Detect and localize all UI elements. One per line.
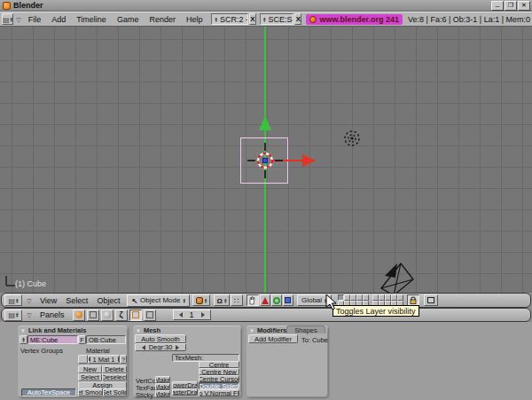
scale-manip-icon xyxy=(285,297,291,303)
material-label: Material xyxy=(86,347,110,355)
snap-button[interactable] xyxy=(231,294,243,306)
double-sided-toggle[interactable]: Double Sided xyxy=(199,382,239,389)
faster-draw-button[interactable]: FasterDraw xyxy=(172,388,198,396)
scene-selector[interactable]: SCE:Scene xyxy=(260,13,293,25)
script-button[interactable] xyxy=(87,310,99,321)
layer-toggle[interactable] xyxy=(372,294,379,301)
stepper-right-icon[interactable] xyxy=(176,345,179,350)
camera-object[interactable] xyxy=(374,260,424,293)
mesh-browse-button[interactable] xyxy=(20,335,27,344)
pivot-icon xyxy=(217,296,223,305)
texface-make-button[interactable]: Make xyxy=(155,383,170,390)
select-button[interactable]: Select xyxy=(78,373,102,381)
vertcol-make-button[interactable]: Make xyxy=(155,376,170,383)
panels-menu[interactable]: Panels xyxy=(35,310,69,319)
material-question-button[interactable]: ? xyxy=(120,355,127,364)
slower-draw-button[interactable]: SlowerDraw xyxy=(172,381,198,388)
menu-help[interactable]: Help xyxy=(181,15,208,24)
shading-button[interactable] xyxy=(101,310,113,321)
pager-value: 1 xyxy=(190,310,194,319)
menu-timeline[interactable]: Timeline xyxy=(71,15,112,24)
tab-shapes[interactable]: Shapes xyxy=(286,325,325,333)
layer-toggle[interactable] xyxy=(344,294,350,301)
editing-button[interactable] xyxy=(129,310,142,321)
new-button[interactable]: New xyxy=(78,365,102,373)
maximize-icon[interactable] xyxy=(505,1,517,11)
draw-type-icon xyxy=(196,297,203,304)
menu-select[interactable]: Select xyxy=(61,296,92,305)
sticky-make-button[interactable]: Make xyxy=(155,390,170,397)
deselect-button[interactable]: Deselect xyxy=(102,373,127,381)
scene-close-button[interactable]: X xyxy=(294,13,301,25)
autotexspace-toggle[interactable]: AutoTexSpace xyxy=(21,388,76,396)
menu-add[interactable]: Add xyxy=(46,15,71,24)
title-bar[interactable]: Blender xyxy=(0,0,532,12)
set-smooth-button[interactable]: Set Smooth xyxy=(78,388,103,396)
panel-collapse-icon[interactable] xyxy=(20,326,26,334)
logic-button[interactable] xyxy=(73,310,85,321)
scene-icon xyxy=(146,311,153,318)
layer-toggle[interactable] xyxy=(338,294,344,301)
screen-close-button[interactable]: X xyxy=(249,13,256,25)
pager-right-icon[interactable] xyxy=(201,312,205,318)
collapse-header-icon[interactable] xyxy=(25,296,34,305)
layer-toggle[interactable] xyxy=(350,294,356,301)
editor-type-icon xyxy=(3,15,10,24)
set-solid-button[interactable]: Set Solid xyxy=(103,388,127,396)
context-button-group xyxy=(73,310,157,321)
auto-smooth-toggle[interactable]: Auto Smooth xyxy=(135,334,186,343)
layer-toggle[interactable] xyxy=(397,294,403,301)
panel-collapse-icon[interactable] xyxy=(136,326,141,334)
minimize-icon[interactable] xyxy=(491,1,504,11)
window-type-button[interactable] xyxy=(2,13,13,25)
window-type-button[interactable] xyxy=(4,294,22,306)
stepper-left-icon[interactable] xyxy=(142,345,145,350)
menu-file[interactable]: File xyxy=(23,15,47,24)
delete-button[interactable]: Delete xyxy=(102,365,127,373)
scene-button[interactable] xyxy=(144,310,156,321)
object-button[interactable] xyxy=(115,310,128,321)
window-type-button[interactable] xyxy=(4,310,22,321)
centre-button[interactable]: Centre xyxy=(199,361,239,368)
layer-toggle[interactable] xyxy=(391,294,397,301)
menu-render[interactable]: Render xyxy=(144,15,181,24)
menu-game[interactable]: Game xyxy=(112,15,145,24)
mode-selector[interactable]: Object Mode xyxy=(127,294,190,307)
layer-toggle[interactable] xyxy=(363,294,369,301)
object-name-field[interactable]: OB:Cube xyxy=(86,335,126,344)
viewport-3d[interactable]: (1) Cube xyxy=(0,27,532,293)
material-stepper[interactable]: 1 Mat 1 xyxy=(88,355,120,364)
rotate-manipulator-button[interactable] xyxy=(271,294,282,306)
lamp-object[interactable] xyxy=(342,129,362,148)
collapse-menu-icon[interactable] xyxy=(16,15,21,24)
menu-view[interactable]: View xyxy=(35,296,61,305)
manipulator-y-arrow-icon[interactable] xyxy=(259,115,271,130)
render-preview-button[interactable] xyxy=(424,294,438,306)
manipulator-x-arrow-icon[interactable] xyxy=(302,154,316,167)
draw-type-selector[interactable] xyxy=(192,294,210,306)
layer-toggle[interactable] xyxy=(356,294,363,301)
menu-object[interactable]: Object xyxy=(92,296,124,305)
no-vnormal-flip-toggle[interactable]: No V.Normal Flip xyxy=(199,389,239,396)
layer-toggle[interactable] xyxy=(379,294,385,301)
panel-pager[interactable]: 1 xyxy=(173,310,211,320)
stepper-left-icon[interactable] xyxy=(88,357,90,362)
manipulator-toggle-button[interactable] xyxy=(246,294,259,306)
collapse-header-icon[interactable] xyxy=(25,310,34,319)
pager-left-icon[interactable] xyxy=(179,312,183,318)
add-modifier-button[interactable]: Add Modifier xyxy=(248,334,298,343)
screen-selector[interactable]: SCR:2 - Model xyxy=(211,13,248,25)
pivot-selector[interactable] xyxy=(214,294,230,306)
translate-manipulator-button[interactable] xyxy=(260,294,270,306)
material-blank-button[interactable] xyxy=(78,355,88,364)
centre-cursor-button[interactable]: Centre Cursor xyxy=(199,375,239,382)
centre-new-button[interactable]: Centre New xyxy=(199,368,239,375)
fake-user-button[interactable]: F xyxy=(78,335,86,344)
layer-toggle[interactable] xyxy=(385,294,391,301)
window-title: Blender xyxy=(13,1,43,10)
degr-stepper[interactable]: Degr:30 xyxy=(135,343,186,351)
scale-manipulator-button[interactable] xyxy=(283,294,293,306)
panel-collapse-icon[interactable] xyxy=(249,326,254,334)
close-icon[interactable] xyxy=(518,1,530,11)
mesh-name-field[interactable]: ME:Cube xyxy=(27,335,78,344)
